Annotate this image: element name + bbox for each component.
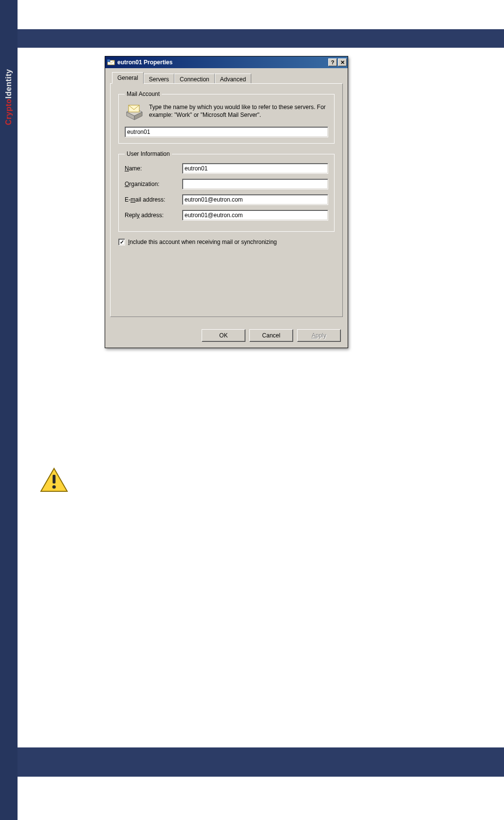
server-icon: [125, 103, 144, 122]
include-checkbox[interactable]: ✓: [118, 239, 125, 245]
ok-button[interactable]: OK: [202, 329, 245, 342]
reply-input[interactable]: [182, 210, 328, 221]
close-button[interactable]: ✕: [338, 58, 347, 66]
mail-account-description: Type the name by which you would like to…: [149, 103, 328, 119]
brand-logo: CryptoIdentity: [0, 112, 18, 121]
svg-point-8: [52, 485, 56, 488]
mail-account-legend: Mail Account: [125, 91, 162, 97]
tab-general[interactable]: General: [112, 72, 144, 84]
organization-input[interactable]: [182, 179, 328, 189]
svg-rect-7: [53, 475, 56, 484]
user-info-group: User Information Name: Organization: E-m…: [118, 150, 335, 232]
brand-part-crypto: Crypto: [4, 98, 13, 125]
svg-rect-1: [107, 59, 110, 62]
help-button[interactable]: ?: [328, 58, 337, 66]
mail-account-icon: [107, 58, 115, 66]
apply-button[interactable]: Apply: [297, 329, 341, 342]
dialog-button-row: OK Cancel Apply: [202, 329, 341, 342]
email-input[interactable]: [182, 194, 328, 205]
tab-connection[interactable]: Connection: [174, 74, 215, 84]
tab-servers[interactable]: Servers: [144, 74, 174, 84]
header-bar: [18, 29, 504, 48]
organization-label: Organization:: [125, 181, 178, 187]
brand-part-identity: Identity: [4, 69, 13, 99]
reply-label: Reply address:: [125, 212, 178, 219]
include-account-row[interactable]: ✓ Include this account when receiving ma…: [118, 239, 335, 245]
tab-advanced[interactable]: Advanced: [215, 74, 251, 84]
user-info-legend: User Information: [125, 150, 172, 157]
cancel-button[interactable]: Cancel: [249, 329, 293, 342]
brand-sidebar: CryptoIdentity: [0, 0, 18, 820]
warning-icon: [40, 467, 68, 493]
include-checkbox-label: Include this account when receiving mail…: [128, 239, 277, 245]
mail-account-group: Mail Account Type the name by which you …: [118, 91, 335, 144]
tab-panel-general: Mail Account Type the name by which you …: [110, 83, 343, 317]
mail-account-name-input[interactable]: [125, 127, 328, 137]
dialog-title: eutron01 Properties: [117, 59, 172, 66]
name-label: Name:: [125, 165, 178, 172]
footer-bar: [18, 747, 504, 777]
dialog-titlebar[interactable]: eutron01 Properties ? ✕: [105, 56, 348, 68]
tab-strip: General Servers Connection Advanced: [110, 72, 343, 84]
properties-dialog: eutron01 Properties ? ✕ General Servers …: [105, 56, 348, 348]
email-label: E-mail address:: [125, 196, 178, 203]
name-input[interactable]: [182, 163, 328, 174]
